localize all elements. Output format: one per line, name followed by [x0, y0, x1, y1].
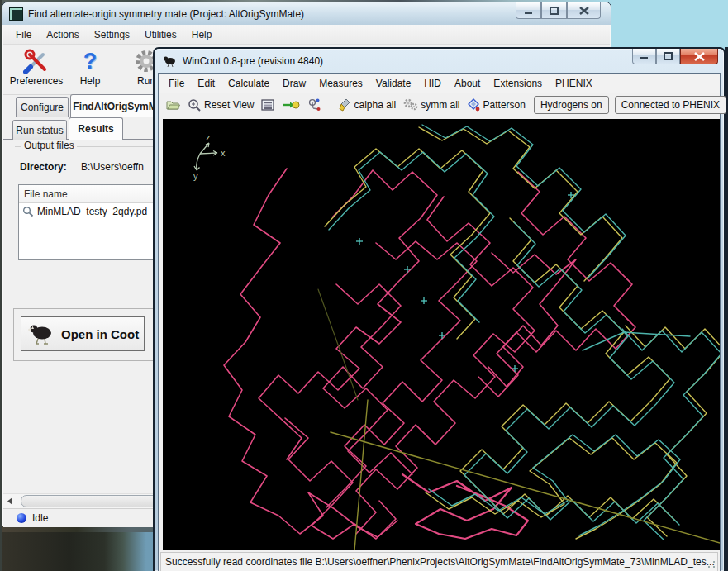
- desktop-sky: [610, 0, 728, 50]
- minimize-icon: [524, 7, 533, 14]
- tab-results[interactable]: Results: [69, 117, 123, 140]
- help-button[interactable]: ? Help: [69, 47, 111, 87]
- phenix-menu-settings[interactable]: Settings: [88, 26, 136, 43]
- magnifier-plus-icon: [188, 98, 202, 112]
- chain-cyan-6: [583, 332, 690, 350]
- 3d-viewport[interactable]: z x y: [163, 119, 720, 550]
- chain-yellow-2: [419, 127, 622, 281]
- resize-grip[interactable]: [707, 559, 716, 569]
- directory-value: B:\Users\oeffn: [81, 161, 144, 173]
- minimize-icon: [640, 53, 649, 60]
- maximize-icon: [550, 7, 559, 15]
- open-in-coot-label: Open in Coot: [61, 327, 139, 341]
- help-label: Help: [69, 75, 111, 87]
- phenix-menu-utilities[interactable]: Utilities: [139, 26, 183, 43]
- tab-configure[interactable]: Configure: [16, 97, 69, 117]
- wincoot-close-button[interactable]: [680, 49, 718, 64]
- wincoot-maximize-button[interactable]: [656, 49, 680, 64]
- help-icon: ?: [69, 47, 111, 75]
- wincoot-toolbar: Reset View: [159, 93, 720, 117]
- wincoot-menu-file[interactable]: File: [162, 75, 191, 92]
- wincoot-client-area: File Edit Calculate Draw Measures Valida…: [158, 73, 721, 571]
- wincoot-menubar: File Edit Calculate Draw Measures Valida…: [159, 74, 720, 93]
- display-manager-icon: [261, 99, 274, 111]
- chain-pink-8: [285, 418, 396, 539]
- wincoot-menu-draw[interactable]: Draw: [276, 75, 312, 92]
- axis-y-label: y: [193, 171, 198, 181]
- status-sphere-icon: [17, 513, 26, 523]
- green-arrow-ball-icon: [282, 99, 300, 111]
- wincoot-titlebar[interactable]: WinCoot 0.8-pre (revision 4840): [155, 49, 724, 73]
- close-icon: [579, 7, 589, 15]
- hydrogens-toggle-button[interactable]: Hydrogens on: [534, 96, 609, 114]
- file-row[interactable]: MinMLAD_testy_2qdy.pd: [19, 203, 159, 219]
- preferences-button[interactable]: Preferences: [5, 47, 68, 87]
- phenix-minimize-button[interactable]: [516, 2, 541, 19]
- desktop-photo-bottom: [0, 526, 154, 571]
- phenix-menu-actions[interactable]: Actions: [40, 26, 84, 43]
- symm-all-label: symm all: [421, 99, 459, 111]
- molecule-layer: z x y: [163, 119, 720, 550]
- axis-x-label: x: [221, 148, 226, 158]
- calpha-all-button[interactable]: calpha all: [336, 97, 398, 113]
- chain-pink-7: [402, 474, 528, 539]
- wincoot-status-text: Successfully read coordinates file B:\Us…: [161, 556, 715, 568]
- tab-run-status[interactable]: Run status: [12, 120, 67, 140]
- calpha-all-label: calpha all: [354, 99, 396, 111]
- file-name: MinMLAD_testy_2qdy.pd: [37, 206, 147, 217]
- molecule-icon: [307, 98, 322, 112]
- gears-icon: [403, 98, 418, 111]
- wincoot-menu-edit[interactable]: Edit: [191, 75, 221, 92]
- open-file-button[interactable]: [164, 97, 183, 112]
- chain-cyan-5: [622, 329, 720, 540]
- desktop: Find alternate-origin symmetry mate (Pro…: [0, 0, 728, 571]
- phenix-window-icon: [9, 7, 23, 21]
- wincoot-menu-validate[interactable]: Validate: [369, 75, 418, 92]
- file-list-header[interactable]: File name: [19, 185, 159, 203]
- directory-label: Directory:: [20, 161, 67, 173]
- phenix-title: Find alternate-origin symmetry mate (Pro…: [28, 8, 304, 20]
- chain-pink-6: [488, 253, 576, 387]
- open-in-coot-button[interactable]: Open in Coot: [21, 316, 145, 351]
- wincoot-status-bar: Successfully read coordinates file B:\Us…: [160, 552, 718, 571]
- brush-icon: [339, 98, 351, 112]
- phenix-close-button[interactable]: [567, 2, 601, 19]
- open-folder-icon: [166, 98, 180, 111]
- wincoot-menu-extensions[interactable]: Extensions: [487, 75, 549, 92]
- coot-icon: [163, 55, 178, 67]
- phenix-menu-file[interactable]: File: [10, 26, 37, 43]
- output-files-label: Output files: [21, 140, 77, 151]
- reset-view-button[interactable]: Reset View: [185, 97, 256, 113]
- connected-to-phenix-button[interactable]: Connected to PHENIX: [615, 96, 726, 114]
- wincoot-menu-hid[interactable]: HID: [417, 75, 448, 92]
- wincoot-minimize-button[interactable]: [632, 49, 656, 64]
- file-list: File name MinMLAD_testy_2qdy.pd: [18, 184, 160, 260]
- patterson-button[interactable]: Patterson: [465, 97, 528, 113]
- maximize-icon: [664, 52, 673, 60]
- wincoot-menu-phenix[interactable]: PHENIX: [549, 75, 599, 92]
- phenix-titlebar[interactable]: Find alternate-origin symmetry mate (Pro…: [2, 2, 611, 25]
- molecule-tool-button[interactable]: [305, 96, 325, 113]
- axis-z-label: z: [206, 132, 211, 142]
- go-to-atom-button[interactable]: [279, 98, 302, 112]
- phenix-menubar: File Actions Settings Utilities Help: [3, 25, 610, 45]
- axes-widget: [194, 143, 217, 170]
- left-arrow-icon: [7, 497, 13, 505]
- patterson-diamond-icon: [468, 98, 481, 112]
- status-label: Idle: [32, 512, 48, 524]
- close-icon: [694, 52, 705, 61]
- reset-view-label: Reset View: [204, 99, 254, 111]
- tab-findaltorigsymmate[interactable]: FindAltOrigSymM: [70, 94, 159, 117]
- scroll-left-arrow[interactable]: [3, 495, 16, 507]
- wincoot-menu-calculate[interactable]: Calculate: [221, 75, 276, 92]
- chain-pink-9: [323, 284, 412, 474]
- wincoot-title: WinCoot 0.8-pre (revision 4840): [183, 55, 323, 67]
- chain-cell-axis-1: [318, 289, 358, 400]
- chain-cyan-2: [422, 125, 626, 278]
- wincoot-menu-measures[interactable]: Measures: [312, 75, 369, 92]
- phenix-menu-help[interactable]: Help: [186, 26, 218, 43]
- phenix-maximize-button[interactable]: [541, 2, 567, 19]
- wincoot-menu-about[interactable]: About: [448, 75, 487, 92]
- display-manager-button[interactable]: [259, 98, 277, 112]
- symm-all-button[interactable]: symm all: [401, 97, 462, 112]
